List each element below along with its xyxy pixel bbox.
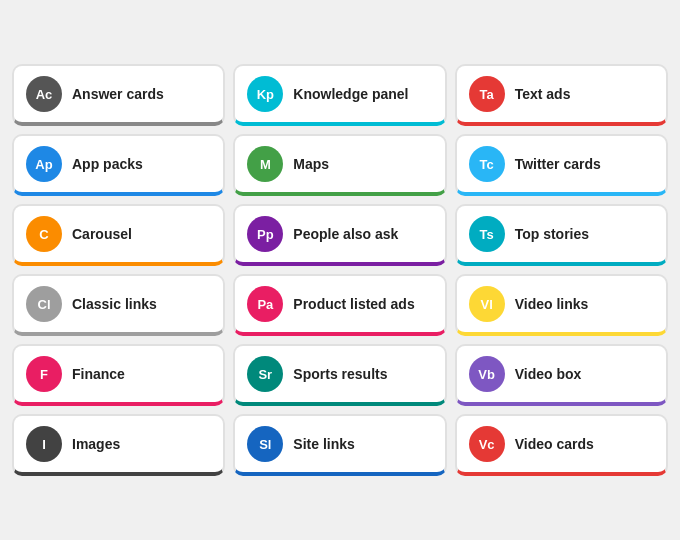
card-classic-links[interactable]: ClClassic links: [12, 274, 225, 336]
card-sports-results[interactable]: SrSports results: [233, 344, 446, 406]
label-app-packs: App packs: [72, 156, 143, 172]
badge-product-listed-ads: Pa: [247, 286, 283, 322]
label-video-box: Video box: [515, 366, 582, 382]
label-people-also-ask: People also ask: [293, 226, 398, 242]
card-video-cards[interactable]: VcVideo cards: [455, 414, 668, 476]
badge-answer-cards: Ac: [26, 76, 62, 112]
badge-app-packs: Ap: [26, 146, 62, 182]
label-finance: Finance: [72, 366, 125, 382]
card-people-also-ask[interactable]: PpPeople also ask: [233, 204, 446, 266]
badge-carousel: C: [26, 216, 62, 252]
badge-maps: M: [247, 146, 283, 182]
label-classic-links: Classic links: [72, 296, 157, 312]
label-carousel: Carousel: [72, 226, 132, 242]
label-top-stories: Top stories: [515, 226, 589, 242]
card-grid: AcAnswer cardsKpKnowledge panelTaText ad…: [0, 52, 680, 488]
card-maps[interactable]: MMaps: [233, 134, 446, 196]
label-video-links: Video links: [515, 296, 589, 312]
label-answer-cards: Answer cards: [72, 86, 164, 102]
badge-video-cards: Vc: [469, 426, 505, 462]
card-site-links[interactable]: SlSite links: [233, 414, 446, 476]
badge-knowledge-panel: Kp: [247, 76, 283, 112]
card-product-listed-ads[interactable]: PaProduct listed ads: [233, 274, 446, 336]
label-maps: Maps: [293, 156, 329, 172]
label-site-links: Site links: [293, 436, 354, 452]
badge-sports-results: Sr: [247, 356, 283, 392]
card-finance[interactable]: FFinance: [12, 344, 225, 406]
badge-video-box: Vb: [469, 356, 505, 392]
card-knowledge-panel[interactable]: KpKnowledge panel: [233, 64, 446, 126]
card-images[interactable]: IImages: [12, 414, 225, 476]
label-twitter-cards: Twitter cards: [515, 156, 601, 172]
label-text-ads: Text ads: [515, 86, 571, 102]
badge-top-stories: Ts: [469, 216, 505, 252]
card-twitter-cards[interactable]: TcTwitter cards: [455, 134, 668, 196]
badge-people-also-ask: Pp: [247, 216, 283, 252]
label-knowledge-panel: Knowledge panel: [293, 86, 408, 102]
card-text-ads[interactable]: TaText ads: [455, 64, 668, 126]
card-video-links[interactable]: VlVideo links: [455, 274, 668, 336]
badge-video-links: Vl: [469, 286, 505, 322]
badge-classic-links: Cl: [26, 286, 62, 322]
card-answer-cards[interactable]: AcAnswer cards: [12, 64, 225, 126]
badge-finance: F: [26, 356, 62, 392]
badge-twitter-cards: Tc: [469, 146, 505, 182]
badge-text-ads: Ta: [469, 76, 505, 112]
badge-site-links: Sl: [247, 426, 283, 462]
label-sports-results: Sports results: [293, 366, 387, 382]
card-carousel[interactable]: CCarousel: [12, 204, 225, 266]
label-product-listed-ads: Product listed ads: [293, 296, 414, 312]
card-video-box[interactable]: VbVideo box: [455, 344, 668, 406]
badge-images: I: [26, 426, 62, 462]
label-video-cards: Video cards: [515, 436, 594, 452]
card-top-stories[interactable]: TsTop stories: [455, 204, 668, 266]
card-app-packs[interactable]: ApApp packs: [12, 134, 225, 196]
label-images: Images: [72, 436, 120, 452]
